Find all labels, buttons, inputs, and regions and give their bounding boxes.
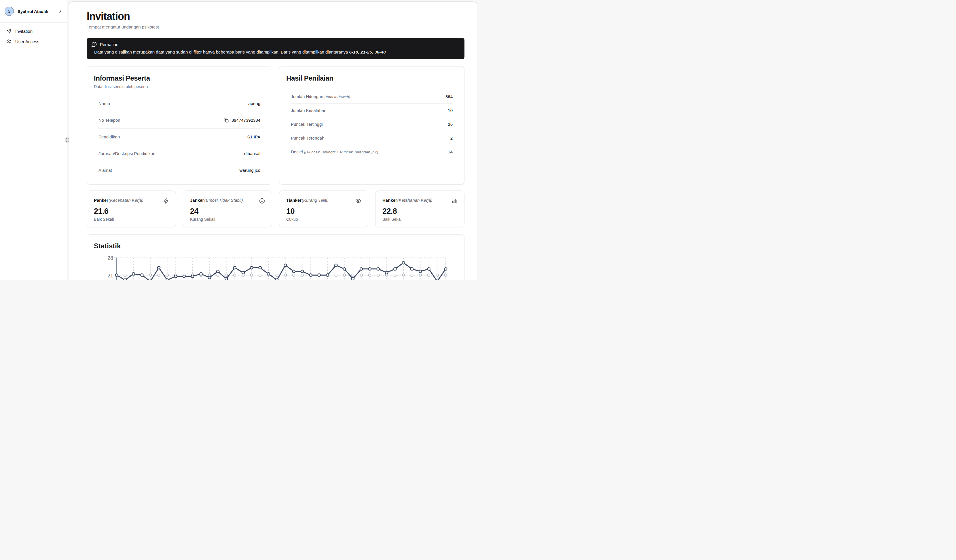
participant-rows: NamaapengNo Telepon894747392334Pendidika… [94, 95, 265, 179]
sidebar-item-invitation[interactable]: Invitation [3, 27, 64, 36]
attention-alert: Perhatian Data yang disajikan merupakan … [86, 38, 464, 59]
row-label: Jurusan/Deskripsi Pendidikan [99, 151, 156, 156]
result-row: Jumlah Hitungan (total terjawab)864 [291, 90, 453, 103]
stat-value: 24 [190, 207, 265, 216]
result-card-title: Hasil Penilaian [286, 74, 457, 82]
sidebar-resize-handle[interactable] [65, 137, 69, 143]
result-rows: Jumlah Hitungan (total terjawab)864Jumla… [286, 90, 457, 158]
participant-row: Alamatwarung jco [99, 162, 260, 179]
main-panel: Invitation Tempat mengatur undangan psik… [69, 2, 477, 280]
row-note: ((Puncak Tertinggi + Puncak Terendah )/ … [304, 150, 378, 154]
stat-rating: Baik Sekali [94, 217, 169, 221]
participant-card-subtitle: Data di isi sendiri oleh peserta [94, 84, 265, 89]
row-label: Nama [99, 101, 110, 106]
row-value: 26 [448, 122, 453, 127]
sidebar: S Syahrul Ataufik InvitationUser Access [0, 0, 68, 280]
line-chart: 2821 [94, 253, 454, 280]
stat-name: Janker [190, 198, 204, 202]
send-icon [6, 29, 11, 34]
stat-name: Panker [94, 198, 108, 202]
bar-chart-icon [451, 198, 457, 204]
result-row: Puncak Terendah2 [291, 131, 453, 145]
result-row: Puncak Tertinggi26 [291, 117, 453, 131]
stat-card-janker: Janker(Emosi Tidak Stabil)24Kurang Sekal… [183, 190, 272, 227]
stat-value: 22.8 [382, 207, 457, 216]
participant-row: No Telepon894747392334 [99, 111, 260, 129]
result-row: Jumlah Kesalahan10 [291, 103, 453, 117]
sidebar-item-user-access[interactable]: User Access [3, 37, 64, 46]
stat-note: (Ketahanan Kerja) [397, 198, 432, 202]
stat-cards-row: Panker(Kecepatan Kerja)21.6Baik SekaliJa… [86, 190, 464, 227]
user-name: Syahrul Ataufik [17, 9, 54, 14]
statistics-title: Statistik [94, 242, 457, 250]
svg-text:28: 28 [107, 255, 113, 261]
row-label: Jumlah Hitungan (total terjawab) [291, 94, 350, 99]
row-value: dibansal [244, 151, 260, 156]
row-label: Jumlah Kesalahan [291, 108, 326, 113]
message-warning-icon [91, 41, 97, 47]
row-value: apeng [248, 101, 260, 106]
stat-name: Hanker [382, 198, 397, 202]
assessment-result-card: Hasil Penilaian Jumlah Hitungan (total t… [279, 66, 464, 185]
stat-value: 21.6 [94, 207, 169, 216]
participant-info-card: Informasi Peserta Data di isi sendiri ol… [86, 66, 272, 185]
row-value: S1 IPA [247, 134, 260, 139]
eye-icon [355, 198, 361, 204]
row-value: 2 [450, 135, 453, 140]
alert-body: Data yang disajikan merupakan data yang … [94, 49, 460, 55]
copy-button[interactable] [224, 118, 229, 122]
stat-rating: Baik Sekali [382, 217, 457, 221]
stat-note: (Emosi Tidak Stabil) [204, 198, 243, 202]
row-value: 10 [448, 108, 453, 113]
avatar: S [5, 6, 14, 16]
alert-highlight: 6-10, 21-25, 36-40 [349, 50, 386, 54]
grip-vertical-icon [66, 138, 69, 142]
stat-note: (Kurang Teliti) [302, 198, 329, 202]
zap-icon [163, 198, 169, 204]
participant-row: Namaapeng [99, 95, 260, 111]
row-value: 864 [445, 94, 453, 99]
row-label: Deciel ((Puncak Tertinggi + Puncak Teren… [291, 149, 378, 154]
row-value: 894747392334 [224, 118, 260, 122]
row-note: (total terjawab) [324, 95, 350, 99]
stat-name: Tianker [286, 198, 302, 202]
users-icon [6, 39, 11, 44]
statistics-chart: 2821 [94, 253, 457, 280]
statistics-card: Statistik 2821 [86, 234, 464, 280]
participant-card-title: Informasi Peserta [94, 74, 265, 82]
row-value: 14 [448, 149, 453, 154]
chevron-right-icon [58, 9, 63, 14]
page-subtitle: Tempat mengatur undangan psikotest [86, 25, 464, 29]
result-row: Deciel ((Puncak Tertinggi + Puncak Teren… [291, 145, 453, 158]
alert-title: Perhatian [100, 42, 118, 47]
sidebar-item-label: Invitation [15, 29, 33, 34]
sidebar-user-button[interactable]: S Syahrul Ataufik [0, 0, 67, 23]
stat-note: (Kecepatan Kerja) [108, 198, 143, 202]
stat-card-hanker: Hanker(Ketahanan Kerja)22.8Baik Sekali [375, 190, 464, 227]
participant-row: PendidikanS1 IPA [99, 129, 260, 145]
row-value: warung jco [239, 168, 260, 173]
stat-card-tianker: Tianker(Kurang Teliti)10Cukup [279, 190, 368, 227]
sidebar-item-label: User Access [15, 39, 39, 44]
row-label: Puncak Tertinggi [291, 122, 323, 127]
stat-value: 10 [286, 207, 361, 216]
stat-rating: Kurang Sekali [190, 217, 265, 221]
stat-rating: Cukup [286, 217, 361, 221]
participant-row: Jurusan/Deskripsi Pendidikandibansal [99, 145, 260, 162]
svg-text:21: 21 [107, 273, 113, 279]
page-title: Invitation [86, 10, 464, 22]
avatar-initial: S [8, 9, 10, 14]
row-label: Alamat [99, 168, 112, 173]
sidebar-nav: InvitationUser Access [0, 23, 67, 50]
copy-icon [224, 118, 229, 122]
row-label: No Telepon [99, 118, 120, 122]
row-label: Puncak Terendah [291, 135, 324, 140]
row-label: Pendidikan [99, 134, 120, 139]
smile-icon [259, 198, 265, 204]
stat-card-panker: Panker(Kecepatan Kerja)21.6Baik Sekali [86, 190, 176, 227]
